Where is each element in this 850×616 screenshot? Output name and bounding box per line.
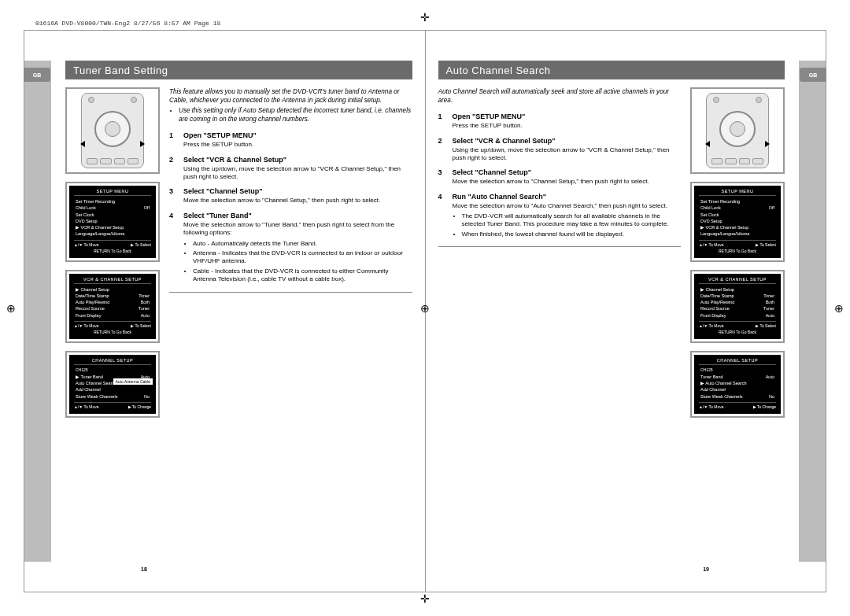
osd-vcr-channel-setup: VCR & CHANNEL SETUP ▶ Channel Setup Date…	[690, 270, 785, 343]
print-header: 01616A DVD-V8000/TWN-Eng2 8/27/56 8:57 A…	[35, 20, 220, 27]
margin-band	[799, 61, 826, 562]
crop-mark-icon: ✛	[420, 592, 430, 605]
page-number: 18	[141, 566, 147, 572]
page-title: Auto Channel Search	[438, 61, 785, 79]
remote-illustration	[65, 87, 160, 174]
crop-mark-icon: ⊕	[420, 302, 430, 315]
divider	[169, 292, 412, 293]
language-tab: GB	[24, 68, 50, 82]
osd-setup-menu: SETUP MENU Set Timer Recording Child Loc…	[65, 182, 160, 262]
remote-illustration	[690, 87, 785, 174]
steps-list: 1Open "SETUP MENU"Press the SETUP button…	[438, 113, 682, 240]
divider	[438, 246, 682, 247]
intro-text: This feature allows you to manually set …	[169, 87, 412, 124]
intro-text: Auto Channel Search will automatically s…	[438, 87, 682, 105]
osd-setup-menu: SETUP MENU Set Timer Recording Child Loc…	[690, 182, 785, 262]
margin-band	[24, 61, 51, 562]
page-left: GB 18 Tuner Band Setting SETUP MENU	[24, 30, 426, 592]
crop-mark-icon: ⊕	[6, 302, 16, 315]
osd-vcr-channel-setup: VCR & CHANNEL SETUP ▶ Channel Setup Date…	[65, 270, 160, 343]
steps-list: 1Open "SETUP MENU"Press the SETUP button…	[169, 131, 412, 285]
osd-channel-setup: CHANNEL SETUP CH125 Tuner BandAuto ▶ Aut…	[690, 351, 785, 418]
osd-channel-setup: CHANNEL SETUP CH125 ▶ Tuner BandAuto Aut…	[65, 351, 160, 418]
page-number: 19	[703, 566, 709, 572]
crop-mark-icon: ✛	[420, 11, 430, 24]
page-title: Tuner Band Setting	[65, 61, 412, 79]
page-right: GB 19 Auto Channel Search SETUP MEN	[426, 30, 827, 592]
crop-mark-icon: ⊕	[834, 302, 844, 315]
language-tab: GB	[800, 68, 826, 82]
